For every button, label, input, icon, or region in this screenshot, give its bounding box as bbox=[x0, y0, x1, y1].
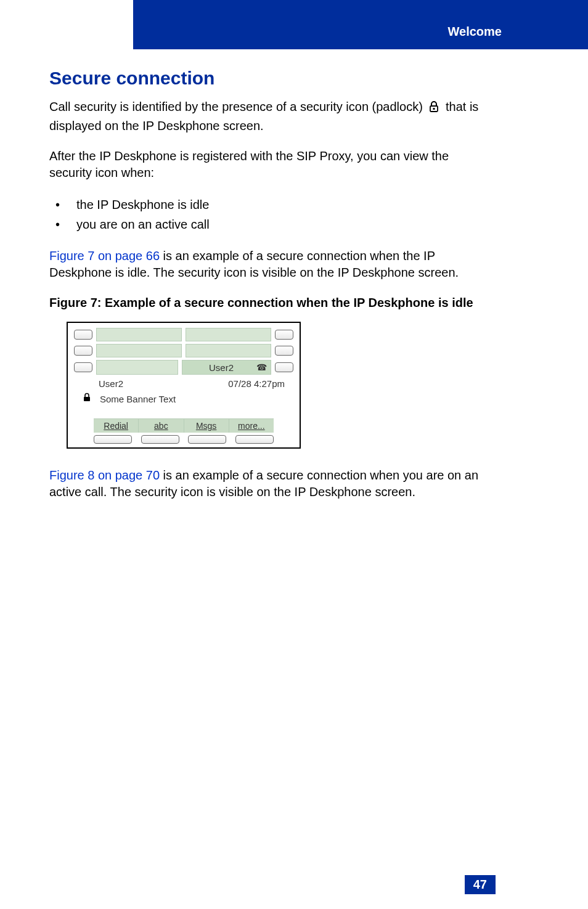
line-key-right bbox=[275, 362, 293, 372]
list-item: the IP Deskphone is idle bbox=[49, 195, 494, 214]
list-item: you are on an active call bbox=[49, 214, 494, 234]
softkey-button bbox=[235, 435, 274, 444]
figure7-ref-paragraph: Figure 7 on page 66 is an example of a s… bbox=[49, 248, 494, 281]
figure7-xref[interactable]: Figure 7 on page 66 bbox=[49, 249, 160, 263]
softkey-bar: Redial abc Msgs more... bbox=[94, 418, 274, 433]
line-slot bbox=[96, 328, 182, 341]
softkey-abc: abc bbox=[139, 419, 184, 433]
line-key-left bbox=[74, 346, 92, 356]
phone-mockup: User2 ☎ User2 07/28 4:27pm bbox=[67, 322, 301, 449]
svg-rect-1 bbox=[433, 108, 435, 110]
page-header: Welcome bbox=[0, 0, 588, 49]
phone-datetime: 07/28 4:27pm bbox=[228, 378, 285, 389]
line-slot bbox=[186, 328, 271, 341]
softkey-button bbox=[141, 435, 179, 444]
intro-paragraph: Call security is identified by the prese… bbox=[49, 99, 494, 134]
line-slot bbox=[186, 344, 271, 357]
figure8-ref-paragraph: Figure 8 on page 70 is an example of a s… bbox=[49, 467, 494, 500]
handset-icon: ☎ bbox=[256, 362, 267, 372]
figure8-xref[interactable]: Figure 8 on page 70 bbox=[49, 468, 160, 482]
softkey-button bbox=[94, 435, 132, 444]
line-key-left bbox=[74, 362, 92, 372]
section-title: Secure connection bbox=[49, 68, 494, 89]
phone-user-label: User2 bbox=[99, 378, 123, 389]
line-key-right bbox=[275, 346, 293, 356]
line-key-right bbox=[275, 330, 293, 340]
line-slot bbox=[96, 344, 182, 357]
softkey-redial: Redial bbox=[94, 419, 139, 433]
svg-rect-2 bbox=[84, 397, 90, 401]
padlock-icon bbox=[427, 100, 441, 118]
line-key-left bbox=[74, 330, 92, 340]
intro-text-pre: Call security is identified by the prese… bbox=[49, 100, 423, 113]
softkey-msgs: Msgs bbox=[184, 419, 229, 433]
figure7-image: User2 ☎ User2 07/28 4:27pm bbox=[67, 322, 494, 449]
softkey-button bbox=[188, 435, 226, 444]
conditions-list: the IP Deskphone is idle you are on an a… bbox=[49, 195, 494, 234]
registration-paragraph: After the IP Deskphone is registered wit… bbox=[49, 148, 494, 181]
page-number: 47 bbox=[465, 875, 496, 894]
lock-icon bbox=[83, 393, 91, 405]
phone-banner-text: Some Banner Text bbox=[100, 394, 176, 404]
figure7-caption: Figure 7: Example of a secure connection… bbox=[49, 295, 494, 311]
phone-title: User2 bbox=[186, 362, 256, 373]
header-section-label: Welcome bbox=[448, 25, 502, 39]
softkey-more: more... bbox=[229, 419, 274, 433]
